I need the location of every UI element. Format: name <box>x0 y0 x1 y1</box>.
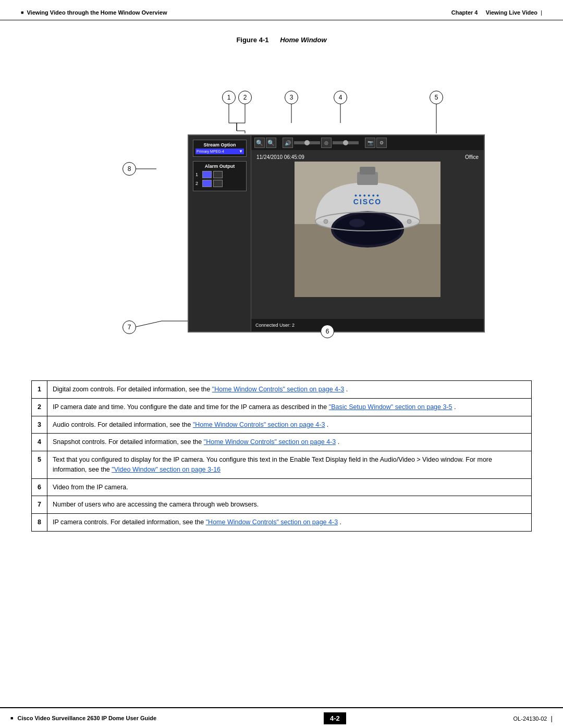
stream-option-value: Primary MPEG-4 <box>197 150 224 153</box>
main-content: Figure 4-1 Home Window 1 2 3 4 5 6 7 8 <box>0 20 563 542</box>
footer-doc-title: Cisco Video Surveillance 2630 IP Dome Us… <box>17 715 156 721</box>
svg-rect-20 <box>360 167 375 175</box>
row-num-5: 5 <box>32 451 47 479</box>
description-table: 1 Digital zoom controls. For detailed in… <box>31 380 532 532</box>
camera-name: Office <box>465 154 479 160</box>
figure-number: Figure 4-1 <box>236 36 268 44</box>
row-num-1: 1 <box>32 381 47 399</box>
desc-after-4: . <box>338 438 339 446</box>
desc-link-8[interactable]: "Home Window Controls" section on page 4… <box>206 519 338 526</box>
page-footer: Cisco Video Surveillance 2630 IP Dome Us… <box>0 707 563 728</box>
alarm-output-box: Alarm Output 1 2 <box>193 161 247 191</box>
table-row: 7 Number of users who are accessing the … <box>32 496 532 514</box>
footer-page-number: 4-2 <box>324 712 346 724</box>
desc-text-7: Number of users who are accessing the ca… <box>53 501 259 508</box>
svg-point-17 <box>334 214 401 245</box>
zoom-out-btn[interactable]: 🔍 <box>266 138 276 148</box>
table-row: 3 Audio controls. For detailed informati… <box>32 416 532 434</box>
zoom-in-btn[interactable]: 🔍 <box>254 138 265 148</box>
table-row: 5 Text that you configured to display fo… <box>32 451 532 479</box>
desc-text-4: Snapshot controls. For detailed informat… <box>53 438 204 446</box>
row-desc-3: Audio controls. For detailed information… <box>47 416 532 434</box>
camera-view: 🔍 🔍 🔊 ◎ <box>251 135 484 319</box>
desc-after-3: . <box>327 421 328 428</box>
svg-point-25 <box>324 219 328 224</box>
svg-line-6 <box>136 321 162 327</box>
desc-after-2: . <box>454 403 456 411</box>
header-chapter: Chapter 4 Viewing Live Video | <box>451 9 542 16</box>
table-row: 2 IP camera date and time. You configure… <box>32 398 532 416</box>
page-header: Viewing Video through the Home Window Ov… <box>0 0 563 20</box>
row-num-2: 2 <box>32 398 47 416</box>
snapshot-icon[interactable]: ⚙ <box>376 138 387 148</box>
camera-interface: Stream Option Primary MPEG-4 ▼ Alarm Out… <box>188 134 485 332</box>
stream-option-select[interactable]: Primary MPEG-4 ▼ <box>195 149 244 154</box>
figure-title: Home Window <box>280 36 326 44</box>
footer-doc-num: OL-24130-02 <box>513 715 547 722</box>
stream-option-box: Stream Option Primary MPEG-4 ▼ <box>193 140 247 157</box>
chapter-num: Chapter 4 <box>451 9 478 16</box>
audio-controls: 🔊 ◎ <box>283 138 359 148</box>
row-num-3: 3 <box>32 416 47 434</box>
diagram-container: 1 2 3 4 5 6 7 8 <box>47 50 516 368</box>
desc-link-4[interactable]: "Home Window Controls" section on page 4… <box>204 438 336 446</box>
svg-point-26 <box>407 219 411 224</box>
row-num-6: 6 <box>32 478 47 496</box>
alarm-num-1: 1 <box>195 172 201 177</box>
stream-option-title: Stream Option <box>195 142 244 147</box>
audio-slider-handle <box>304 140 310 145</box>
svg-text:CISCO: CISCO <box>353 198 382 206</box>
audio-slider[interactable] <box>294 141 320 144</box>
footer-right: OL-24130-02 | <box>513 714 553 722</box>
desc-text-8: IP camera controls. For detailed informa… <box>53 519 206 526</box>
alarm-btn-2a[interactable] <box>202 180 212 187</box>
table-row: 8 IP camera controls. For detailed infor… <box>32 514 532 532</box>
svg-point-18 <box>349 219 365 227</box>
dome-camera-svg: ●●●●●● CISCO <box>295 162 440 297</box>
row-desc-5: Text that you configured to display for … <box>47 451 532 479</box>
desc-after-1: . <box>346 386 348 393</box>
snapshot-btn[interactable]: 📷 <box>365 138 375 148</box>
header-section-title: Viewing Video through the Home Window Ov… <box>27 9 167 16</box>
alarm-btn-1b[interactable] <box>213 171 223 178</box>
connected-users-text: Connected User: 2 <box>255 323 295 328</box>
audio-btn[interactable]: 🔊 <box>283 138 293 148</box>
table-row: 4 Snapshot controls. For detailed inform… <box>32 434 532 451</box>
audio-slider-2-handle <box>343 140 348 145</box>
alarm-btn-1a[interactable] <box>202 171 212 178</box>
alarm-row-1: 1 <box>195 171 244 178</box>
camera-toolbar: 🔍 🔍 🔊 ◎ <box>251 135 484 150</box>
alarm-output-title: Alarm Output <box>195 164 244 169</box>
callout-7: 7 <box>123 320 136 334</box>
callout-8: 8 <box>123 162 136 176</box>
audio-icon[interactable]: ◎ <box>321 138 332 148</box>
row-desc-8: IP camera controls. For detailed informa… <box>47 514 532 532</box>
dome-camera-visual: ●●●●●● CISCO <box>295 162 440 297</box>
row-desc-7: Number of users who are accessing the ca… <box>47 496 532 514</box>
callout-5: 5 <box>430 91 443 104</box>
desc-link-1[interactable]: "Home Window Controls" section on page 4… <box>212 386 344 393</box>
row-desc-6: Video from the IP camera. <box>47 478 532 496</box>
row-num-4: 4 <box>32 434 47 451</box>
footer-left: Cisco Video Surveillance 2630 IP Dome Us… <box>10 715 156 721</box>
header-breadcrumb: Viewing Video through the Home Window Ov… <box>21 9 167 16</box>
left-panel: Stream Option Primary MPEG-4 ▼ Alarm Out… <box>189 135 251 331</box>
camera-statusbar: Connected User: 2 <box>251 319 484 331</box>
alarm-row-2: 2 <box>195 180 244 187</box>
dropdown-arrow-icon: ▼ <box>239 149 243 154</box>
desc-after-8: . <box>340 519 341 526</box>
desc-link-5[interactable]: "Video Window" section on page 3-16 <box>112 466 221 473</box>
desc-text-3: Audio controls. For detailed information… <box>53 421 193 428</box>
desc-text-2: IP camera date and time. You configure t… <box>53 403 329 411</box>
figure-caption: Figure 4-1 Home Window <box>31 36 532 44</box>
desc-text-1: Digital zoom controls. For detailed info… <box>53 386 212 393</box>
desc-text-6: Video from the IP camera. <box>53 484 128 491</box>
callout-2: 2 <box>238 91 252 104</box>
alarm-btn-2b[interactable] <box>213 180 223 187</box>
desc-link-2[interactable]: "Basic Setup Window" section on page 3-5 <box>329 403 452 411</box>
callout-4: 4 <box>334 91 347 104</box>
audio-slider-2[interactable] <box>333 141 359 144</box>
row-desc-2: IP camera date and time. You configure t… <box>47 398 532 416</box>
desc-link-3[interactable]: "Home Window Controls" section on page 4… <box>193 421 325 428</box>
camera-datetime: 11/24/2010 06:45:09 <box>256 154 304 160</box>
